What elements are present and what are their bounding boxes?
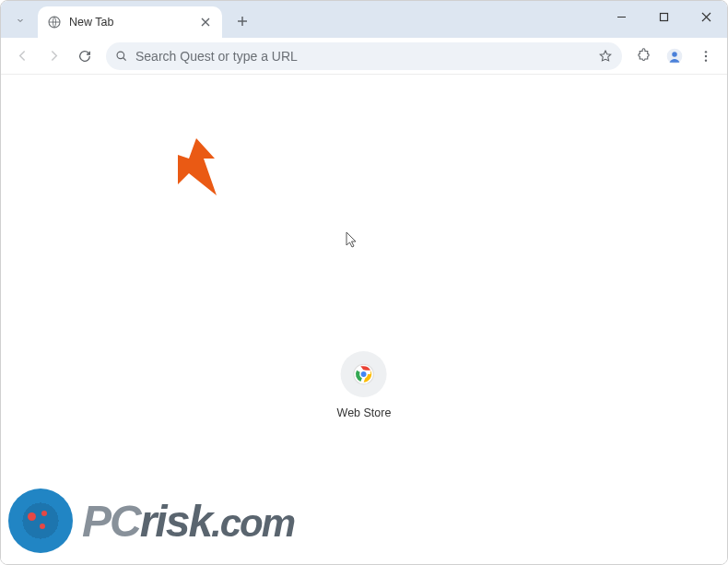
extensions-button[interactable] xyxy=(629,42,657,70)
address-bar[interactable] xyxy=(106,42,622,70)
chevron-down-icon xyxy=(15,15,26,26)
tab-close-button[interactable] xyxy=(198,15,213,29)
arrow-left-icon xyxy=(15,48,30,64)
titlebar: New Tab xyxy=(1,1,727,38)
svg-point-5 xyxy=(705,51,707,53)
new-tab-page: Web Store PCrisk.com xyxy=(1,75,727,564)
menu-button[interactable] xyxy=(692,42,720,70)
watermark-pc: PC xyxy=(82,497,140,546)
puzzle-icon xyxy=(636,48,652,64)
kebab-icon xyxy=(699,49,713,64)
annotation-arrow-icon xyxy=(165,136,229,210)
globe-icon xyxy=(47,15,62,29)
active-tab[interactable]: New Tab xyxy=(38,6,222,38)
watermark-risk: risk xyxy=(140,497,211,546)
toolbar xyxy=(1,38,727,75)
svg-point-9 xyxy=(360,371,367,377)
svg-rect-1 xyxy=(660,13,667,20)
svg-point-6 xyxy=(705,54,707,56)
svg-marker-10 xyxy=(178,138,217,195)
maximize-button[interactable] xyxy=(642,1,685,32)
plus-icon xyxy=(237,16,248,27)
tab-search-button[interactable] xyxy=(8,8,32,32)
svg-point-4 xyxy=(672,52,677,56)
browser-window: New Tab xyxy=(0,0,728,565)
back-button[interactable] xyxy=(8,42,36,70)
profile-button[interactable] xyxy=(661,42,688,70)
new-tab-button[interactable] xyxy=(229,8,255,34)
cursor-icon xyxy=(346,231,358,248)
person-icon xyxy=(665,47,684,65)
shortcut-label: Web Store xyxy=(337,406,392,419)
webstore-icon xyxy=(352,362,376,386)
search-icon xyxy=(115,50,128,63)
close-window-button[interactable] xyxy=(685,1,727,32)
maximize-icon xyxy=(659,12,669,22)
bookmark-star-icon[interactable] xyxy=(598,49,613,64)
watermark-com: .com xyxy=(211,501,294,545)
svg-point-7 xyxy=(705,59,707,61)
arrow-right-icon xyxy=(46,48,62,64)
minimize-button[interactable] xyxy=(600,1,642,32)
forward-button[interactable] xyxy=(40,42,67,70)
window-controls xyxy=(600,1,727,32)
watermark: PCrisk.com xyxy=(8,488,294,553)
shortcut-web-store[interactable]: Web Store xyxy=(337,351,392,419)
tab-title: New Tab xyxy=(69,16,191,29)
shortcut-tile xyxy=(341,351,387,397)
watermark-text: PCrisk.com xyxy=(82,496,294,547)
minimize-icon xyxy=(616,12,627,22)
svg-point-2 xyxy=(117,52,124,59)
reload-icon xyxy=(77,49,92,64)
close-icon xyxy=(201,18,210,27)
close-icon xyxy=(701,12,711,22)
watermark-badge-icon xyxy=(8,488,73,553)
reload-button[interactable] xyxy=(71,42,99,70)
address-input[interactable] xyxy=(135,49,591,64)
